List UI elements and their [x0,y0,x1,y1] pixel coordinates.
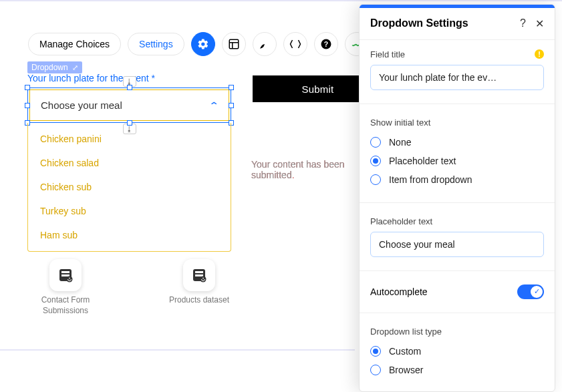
svg-rect-10 [195,271,203,273]
chevron-up-icon[interactable]: ⌃ [208,100,220,111]
dropdown-placeholder: Choose your meal [41,100,122,111]
resize-handle[interactable] [229,103,234,108]
dropdown-option[interactable]: Ham sub [28,223,231,247]
dropdown-options-list: Chicken panini Chicken salad Chicken sub… [27,123,231,252]
page-top-separator [0,0,562,1]
svg-rect-7 [61,274,69,276]
dataset-label: Contact Form Submissions [25,295,106,316]
dropdown-option[interactable]: Chicken salad [28,151,231,175]
panel-divider [360,202,555,203]
submit-label: Submit [302,83,334,95]
placeholder-text-label: Placeholder text [370,216,544,226]
radio-none[interactable]: None [370,133,544,152]
autocomplete-row: Autocomplete ✓ [370,284,544,299]
resize-handle[interactable] [25,85,30,90]
dropdown-option[interactable]: Chicken sub [28,175,231,199]
radio-list-browser[interactable]: Browser [370,361,544,379]
placeholder-label-text: Placeholder text [370,216,432,226]
manage-choices-label: Manage Choices [39,39,110,49]
radio-label: Browser [389,365,423,375]
radio-label: None [389,137,411,148]
settings-panel: Dropdown Settings ? ✕ Field title ! Your… [359,4,555,392]
resize-handle[interactable] [25,103,30,108]
panel-help-icon[interactable]: ? [520,17,526,29]
settings-button[interactable]: Settings [128,33,184,55]
element-toolbar: Manage Choices Settings ? [28,32,369,56]
dropdown-option[interactable]: Chicken panini [28,127,231,151]
radio-label: Placeholder text [389,156,456,166]
animation-icon[interactable] [253,32,277,56]
svg-rect-11 [195,274,203,276]
panel-header: Dropdown Settings ? ✕ [360,8,555,40]
field-title-label: Field title ! [370,49,544,59]
autocomplete-label: Autocomplete [370,286,428,297]
stretch-icon[interactable] [283,32,307,56]
radio-icon [370,346,381,357]
radio-placeholder[interactable]: Placeholder text [370,152,544,170]
panel-divider [360,270,555,271]
dataset-label: Products dataset [169,295,229,306]
design-icon[interactable] [191,32,215,56]
dataset-icon [49,259,82,291]
svg-text:?: ? [323,40,327,48]
radio-label: Item from dropdown [389,174,472,185]
layout-icon[interactable] [222,32,246,56]
resize-handle[interactable] [127,85,132,90]
radio-label: Custom [389,346,421,357]
close-icon[interactable]: ✕ [535,17,544,30]
show-initial-text-label-text: Show initial text [370,118,430,128]
resize-handle[interactable] [229,85,234,90]
list-type-label-text: Dropdown list type [370,327,442,337]
list-type-label: Dropdown list type [370,327,544,337]
dataset-item[interactable]: Contact Form Submissions [25,259,106,316]
radio-list-custom[interactable]: Custom [370,342,544,361]
radio-icon [370,156,381,166]
dropdown-option[interactable]: Turkey sub [28,199,231,223]
toggle-knob-icon: ✓ [531,286,543,298]
show-initial-text-label: Show initial text [370,118,544,128]
element-expand-icon[interactable]: ⤢ [72,63,78,72]
warning-icon[interactable]: ! [535,49,544,59]
panel-divider [360,104,555,104]
autocomplete-toggle[interactable]: ✓ [517,284,544,299]
help-icon[interactable]: ? [314,32,338,56]
status-message-success: Your content has been submitted [251,159,358,180]
panel-title: Dropdown Settings [370,17,468,29]
status-messages: Your content has been submitted. Your co… [251,159,358,180]
svg-rect-6 [61,271,69,273]
radio-item[interactable]: Item from dropdown [370,170,544,189]
settings-label: Settings [139,39,173,49]
dropdown-selection-box: ⭳ Choose your meal ⌃ ⭳ [27,87,231,123]
field-title-input[interactable]: Your lunch plate for the ev… [370,65,544,90]
placeholder-text-input[interactable]: Choose your meal [370,232,544,257]
manage-choices-button[interactable]: Manage Choices [28,33,121,55]
datasets-row: Contact Form Submissions Products datase… [25,259,239,316]
footer-separator [0,349,355,351]
panel-body: Field title ! Your lunch plate for the e… [360,40,555,391]
dataset-item[interactable]: Products dataset [159,259,239,316]
panel-divider [360,313,555,313]
svg-rect-0 [229,39,239,49]
dropdown-element[interactable]: Your lunch plate for the event * ⭳ Choos… [27,71,231,123]
radio-icon [370,365,381,375]
radio-icon [370,137,381,148]
dataset-icon [183,259,215,291]
radio-icon [370,174,381,185]
field-title-label-text: Field title [370,49,405,59]
element-tag-label: Dropdown [31,63,68,72]
dropdown-input[interactable]: Choose your meal ⌃ [29,89,229,121]
